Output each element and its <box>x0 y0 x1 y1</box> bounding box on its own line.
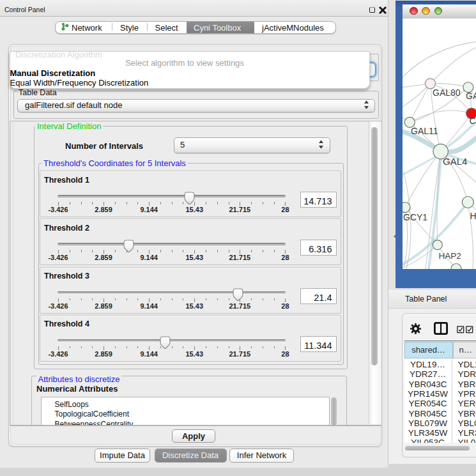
svg-text:GCY1: GCY1 <box>403 212 427 222</box>
svg-text:GAL80: GAL80 <box>433 88 461 98</box>
svg-text:HIS4: HIS4 <box>470 210 476 220</box>
svg-text:GAL4: GAL4 <box>443 156 467 167</box>
svg-text:GAL11: GAL11 <box>411 126 438 136</box>
svg-text:HAP2: HAP2 <box>439 251 461 261</box>
svg-text:GAL7: GAL7 <box>466 90 476 100</box>
svg-text:CYC1: CYC1 <box>470 115 476 125</box>
